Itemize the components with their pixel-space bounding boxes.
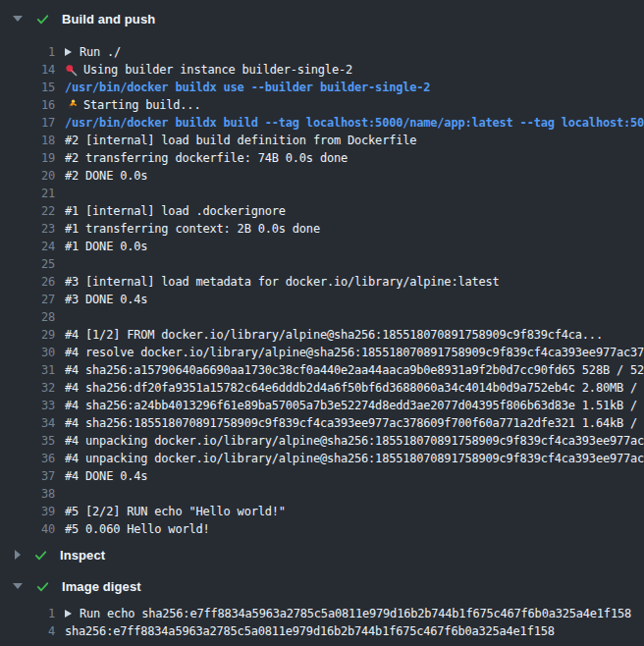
- log-line: 21: [0, 185, 644, 202]
- actions-log-viewer: Build and push 1Run ./14Using builder in…: [0, 0, 644, 646]
- log-text: #4 DONE 0.4s: [65, 467, 644, 485]
- log-text: #4 sha256:df20fa9351a15782c64e6dddb2d4a6…: [65, 379, 644, 397]
- log-text-value: #5 [2/2] RUN echo "Hello world!": [65, 503, 286, 520]
- log-line: 28: [0, 308, 644, 326]
- log-text-value: #3 [internal] load metadata for docker.i…: [65, 273, 500, 291]
- line-number[interactable]: 20: [0, 167, 55, 185]
- check-success-icon: [35, 579, 50, 594]
- line-number[interactable]: 27: [0, 291, 55, 308]
- line-number[interactable]: 1: [0, 605, 55, 622]
- line-number[interactable]: 31: [0, 361, 55, 379]
- log-text-value: #4 DONE 0.4s: [65, 467, 147, 485]
- log-line: 26#3 [internal] load metadata for docker…: [0, 273, 644, 291]
- line-number[interactable]: 21: [0, 185, 55, 202]
- line-number[interactable]: 26: [0, 273, 55, 291]
- line-number[interactable]: 32: [0, 379, 55, 397]
- chevron-down-icon: [13, 16, 23, 22]
- chevron-right-icon: [15, 550, 21, 560]
- section-title: Inspect: [60, 548, 105, 563]
- log-text: Run ./: [65, 43, 644, 61]
- runner-icon: [65, 99, 78, 112]
- expand-arrow-icon[interactable]: [65, 48, 72, 56]
- log-text: Starting build...: [65, 96, 644, 114]
- log-text: #4 resolve docker.io/library/alpine@sha2…: [65, 344, 644, 361]
- section-header-build-and-push[interactable]: Build and push: [0, 8, 644, 29]
- line-number[interactable]: 30: [0, 344, 55, 361]
- line-number[interactable]: 39: [0, 503, 55, 520]
- log-text-value: #4 sha256:a24bb4013296f61e89ba57005a7b3e…: [65, 397, 644, 414]
- log-text-value: #4 resolve docker.io/library/alpine@sha2…: [65, 344, 644, 361]
- log-line: 15/usr/bin/docker buildx use --builder b…: [0, 79, 644, 96]
- line-number[interactable]: 40: [0, 520, 55, 538]
- log-text-value: Starting build...: [83, 96, 200, 114]
- line-number[interactable]: 24: [0, 238, 55, 255]
- log-text-value: #4 sha256:a15790640a6690aa1730c38cf0a440…: [65, 361, 644, 379]
- log-text-value: #1 transferring context: 2B 0.0s done: [65, 220, 320, 238]
- section-header-image-digest[interactable]: Image digest: [0, 575, 644, 597]
- log-line: 14Using builder instance builder-single-…: [0, 61, 644, 79]
- log-text: #2 DONE 0.0s: [65, 167, 644, 185]
- line-number[interactable]: 34: [0, 414, 55, 432]
- log-text: #2 transferring dockerfile: 74B 0.0s don…: [65, 149, 644, 167]
- log-text-value: Run echo sha256:e7ff8834a5963a2785c5a081…: [80, 605, 631, 622]
- log-line: 32#4 sha256:df20fa9351a15782c64e6dddb2d4…: [0, 379, 644, 397]
- line-number[interactable]: 15: [0, 79, 55, 96]
- log-text: #1 DONE 0.0s: [65, 238, 644, 255]
- pushpin-icon: [65, 64, 78, 77]
- log-text: #3 DONE 0.4s: [65, 291, 644, 308]
- line-number[interactable]: 25: [0, 255, 55, 273]
- log-text-value: #4 sha256:df20fa9351a15782c64e6dddb2d4a6…: [65, 379, 644, 397]
- log-line: 24#1 DONE 0.0s: [0, 238, 644, 255]
- log-text-value: Run ./: [80, 43, 121, 61]
- log-text: #4 sha256:185518070891758909c9f839cf4ca3…: [65, 414, 644, 432]
- line-number[interactable]: 35: [0, 432, 55, 450]
- log-line: 23#1 transferring context: 2B 0.0s done: [0, 220, 644, 238]
- log-text: #4 [1/2] FROM docker.io/library/alpine@s…: [65, 326, 644, 344]
- log-text-value: #2 DONE 0.0s: [65, 167, 147, 185]
- log-text: #1 [internal] load .dockerignore: [65, 202, 644, 220]
- log-text: #4 unpacking docker.io/library/alpine@sh…: [65, 432, 644, 450]
- log-text: #4 unpacking docker.io/library/alpine@sh…: [65, 450, 644, 467]
- log-text: #3 [internal] load metadata for docker.i…: [65, 273, 644, 291]
- section-header-inspect[interactable]: Inspect: [0, 544, 644, 565]
- log-text-value: #2 [internal] load build definition from…: [65, 132, 416, 149]
- line-number[interactable]: 38: [0, 485, 55, 503]
- line-number[interactable]: 33: [0, 397, 55, 414]
- log-line: 17/usr/bin/docker buildx build --tag loc…: [0, 114, 644, 132]
- log-text: sha256:e7ff8834a5963a2785c5a0811e979d16b…: [65, 622, 644, 640]
- line-number[interactable]: 4: [0, 622, 55, 640]
- line-number[interactable]: 18: [0, 132, 55, 149]
- log-line: 38: [0, 485, 644, 503]
- log-text-value: /usr/bin/docker buildx use --builder bui…: [65, 79, 430, 96]
- log-line: 25: [0, 255, 644, 273]
- log-line: 18#2 [internal] load build definition fr…: [0, 132, 644, 149]
- line-number[interactable]: 17: [0, 114, 55, 132]
- check-success-icon: [35, 12, 50, 27]
- line-number[interactable]: 36: [0, 450, 55, 467]
- line-number[interactable]: 14: [0, 61, 55, 79]
- log-text-value: #5 0.060 Hello world!: [65, 520, 210, 538]
- log-line: 30#4 resolve docker.io/library/alpine@sh…: [0, 344, 644, 361]
- log-line: 27#3 DONE 0.4s: [0, 291, 644, 308]
- line-number[interactable]: 1: [0, 43, 55, 61]
- log-text: #2 [internal] load build definition from…: [65, 132, 644, 149]
- log-line: 33#4 sha256:a24bb4013296f61e89ba57005a7b…: [0, 397, 644, 414]
- expand-arrow-icon[interactable]: [65, 610, 72, 618]
- log-text-value: #4 [1/2] FROM docker.io/library/alpine@s…: [65, 326, 603, 344]
- line-number[interactable]: 28: [0, 308, 55, 326]
- log-text-value: #4 unpacking docker.io/library/alpine@sh…: [65, 432, 644, 450]
- log-line: 36#4 unpacking docker.io/library/alpine@…: [0, 450, 644, 467]
- line-number[interactable]: 23: [0, 220, 55, 238]
- log-line: 35#4 unpacking docker.io/library/alpine@…: [0, 432, 644, 450]
- line-number[interactable]: 37: [0, 467, 55, 485]
- line-number[interactable]: 29: [0, 326, 55, 344]
- log-line: 37#4 DONE 0.4s: [0, 467, 644, 485]
- log-text: [65, 485, 644, 503]
- line-number[interactable]: 22: [0, 202, 55, 220]
- line-number[interactable]: 16: [0, 96, 55, 114]
- log-text: Run echo sha256:e7ff8834a5963a2785c5a081…: [65, 605, 644, 622]
- line-number[interactable]: 19: [0, 149, 55, 167]
- log-text: #1 transferring context: 2B 0.0s done: [65, 220, 644, 238]
- section-title: Build and push: [62, 12, 155, 27]
- log-text-value: #1 [internal] load .dockerignore: [65, 202, 286, 220]
